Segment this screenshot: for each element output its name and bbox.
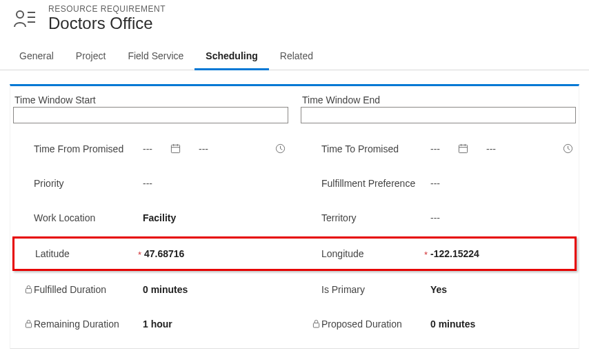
svg-rect-15 — [26, 323, 31, 327]
tab-bar: General Project Field Service Scheduling… — [0, 43, 589, 70]
latitude-label: Latitude * — [35, 248, 144, 259]
work-location-value[interactable]: Facility — [143, 212, 176, 223]
scheduling-panel: Time Window Start Time From Promised ---… — [10, 84, 579, 349]
work-location-label: Work Location — [34, 212, 143, 223]
priority-value[interactable]: --- — [143, 178, 152, 189]
time-window-start-label: Time Window Start — [13, 94, 288, 105]
field-work-location: Work Location Facility — [13, 201, 288, 235]
territory-label: Territory — [321, 212, 430, 223]
field-territory: Territory --- — [301, 201, 576, 235]
field-proposed-duration: Proposed Duration 0 minutes — [301, 307, 576, 341]
remaining-duration-value: 1 hour — [143, 318, 172, 330]
field-latitude: Latitude * 47.68716 — [14, 239, 288, 269]
required-indicator: * — [138, 250, 141, 260]
field-remaining-duration: Remaining Duration 1 hour — [13, 307, 288, 341]
time-from-promised-date-value[interactable]: --- — [143, 143, 152, 154]
time-to-promised-date-value[interactable]: --- — [430, 143, 440, 154]
fulfilled-duration-label: Fulfilled Duration — [34, 284, 143, 295]
field-fulfilled-duration: Fulfilled Duration 0 minutes — [13, 272, 288, 307]
svg-rect-16 — [313, 323, 319, 327]
time-from-promised-label: Time From Promised — [34, 143, 143, 154]
time-window-end-input[interactable] — [301, 107, 576, 123]
field-is-primary: Is Primary Yes — [301, 272, 576, 307]
person-list-icon — [14, 8, 36, 30]
entity-type-label: RESOURCE REQUIREMENT — [48, 4, 166, 14]
right-column: Time Window End Time To Promised --- --- — [301, 94, 576, 235]
tab-related[interactable]: Related — [269, 43, 324, 70]
priority-label: Priority — [34, 178, 143, 189]
territory-value[interactable]: --- — [430, 212, 440, 223]
proposed-duration-value: 0 minutes — [430, 318, 475, 330]
field-priority: Priority --- — [13, 166, 288, 201]
svg-rect-14 — [26, 289, 31, 293]
lock-icon — [310, 319, 321, 328]
left-column: Time Window Start Time From Promised ---… — [13, 94, 288, 235]
svg-rect-4 — [171, 145, 179, 153]
fulfilled-duration-value: 0 minutes — [143, 284, 188, 295]
calendar-icon[interactable] — [170, 143, 181, 154]
is-primary-label: Is Primary — [321, 284, 430, 295]
is-primary-value[interactable]: Yes — [430, 284, 447, 295]
calendar-icon[interactable] — [458, 143, 468, 154]
svg-point-0 — [17, 11, 23, 18]
tab-scheduling[interactable]: Scheduling — [194, 43, 268, 70]
field-time-to-promised: Time To Promised --- --- — [301, 132, 576, 166]
longitude-label: Longitude * — [321, 248, 430, 259]
proposed-duration-label: Proposed Duration — [321, 318, 430, 330]
required-indicator: * — [424, 250, 428, 260]
time-from-promised-time-value[interactable]: --- — [199, 143, 208, 154]
fulfillment-preference-label: Fulfillment Preference — [321, 178, 430, 189]
tab-project[interactable]: Project — [65, 43, 117, 70]
longitude-value[interactable]: -122.15224 — [430, 248, 479, 259]
field-time-from-promised: Time From Promised --- --- — [13, 132, 288, 166]
time-to-promised-time-value[interactable]: --- — [486, 143, 496, 154]
clock-icon[interactable] — [275, 143, 286, 154]
highlighted-lat-long: Latitude * 47.68716 Longitude * -122.152… — [12, 236, 577, 271]
svg-rect-9 — [459, 145, 467, 153]
time-window-start-input[interactable] — [13, 107, 288, 123]
page-header: RESOURCE REQUIREMENT Doctors Office — [0, 0, 589, 43]
time-to-promised-label: Time To Promised — [321, 143, 430, 154]
field-longitude: Longitude * -122.15224 — [301, 239, 575, 269]
tab-field-service[interactable]: Field Service — [117, 43, 194, 70]
clock-icon[interactable] — [563, 143, 573, 154]
field-fulfillment-preference: Fulfillment Preference --- — [301, 166, 576, 201]
latitude-value[interactable]: 47.68716 — [144, 248, 184, 259]
time-window-end-label: Time Window End — [301, 94, 576, 105]
fulfillment-preference-value[interactable]: --- — [430, 178, 440, 189]
record-title: Doctors Office — [48, 14, 166, 34]
tab-general[interactable]: General — [8, 43, 65, 70]
lock-icon — [23, 285, 34, 294]
remaining-duration-label: Remaining Duration — [34, 318, 143, 330]
lock-icon — [23, 319, 34, 328]
